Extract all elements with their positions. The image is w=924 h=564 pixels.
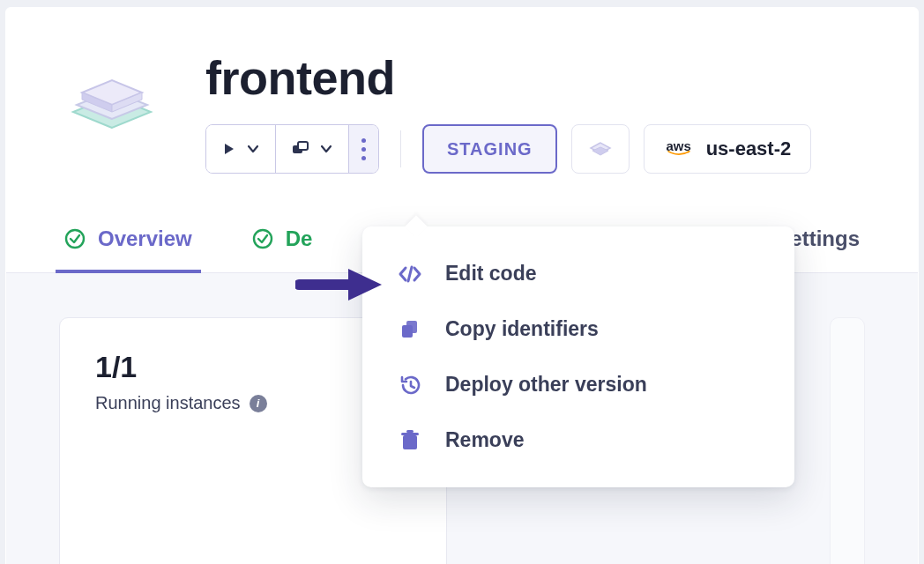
layers-icon — [588, 140, 613, 158]
annotation-arrow — [295, 263, 384, 309]
menu-item-deploy-other-version[interactable]: Deploy other version — [371, 357, 786, 412]
arrow-right-icon — [295, 263, 384, 306]
svg-point-11 — [66, 230, 84, 248]
title-column: frontend — [205, 50, 865, 174]
menu-item-label: Edit code — [445, 262, 537, 286]
svg-marker-20 — [348, 269, 382, 301]
code-icon — [398, 264, 422, 284]
menu-item-label: Deploy other version — [445, 373, 647, 397]
menu-item-remove[interactable]: Remove — [371, 412, 786, 468]
svg-rect-15 — [406, 321, 417, 333]
toolbar-separator — [400, 130, 401, 167]
more-actions-button[interactable] — [348, 125, 378, 173]
service-title: frontend — [205, 50, 865, 105]
region-chip[interactable]: aws us-east-2 — [644, 124, 812, 174]
check-circle-icon — [64, 228, 86, 249]
kebab-icon — [361, 138, 366, 160]
tab-overview[interactable]: Overview — [59, 209, 197, 272]
stack-button[interactable] — [571, 124, 630, 174]
secondary-card — [830, 317, 865, 564]
svg-marker-5 — [225, 144, 234, 154]
redeploy-button[interactable] — [275, 125, 348, 173]
svg-rect-17 — [401, 433, 419, 435]
run-button[interactable] — [206, 125, 275, 173]
menu-item-edit-code[interactable]: Edit code — [371, 246, 786, 301]
running-instances-label: Running instances — [95, 393, 241, 413]
svg-rect-7 — [298, 142, 308, 150]
menu-item-label: Remove — [445, 428, 524, 452]
more-actions-menu: Edit code Copy identifiers Deploy other … — [362, 226, 794, 487]
svg-line-13 — [408, 267, 412, 281]
svg-rect-18 — [406, 430, 414, 433]
aws-icon: aws — [664, 142, 694, 157]
svg-rect-16 — [403, 435, 417, 449]
redeploy-icon — [292, 141, 309, 157]
chevron-down-icon — [247, 143, 259, 155]
app-page: frontend — [5, 7, 919, 564]
chevron-down-icon — [320, 143, 332, 155]
service-icon — [59, 56, 165, 161]
check-circle-icon — [252, 228, 273, 249]
action-button-group — [205, 124, 379, 174]
play-icon — [222, 142, 236, 156]
tab-label: De — [286, 226, 313, 251]
region-label: us-east-2 — [706, 137, 792, 160]
svg-point-12 — [254, 230, 272, 248]
tab-label: Overview — [98, 226, 192, 251]
environment-pill[interactable]: STAGING — [422, 124, 557, 174]
page-header: frontend — [6, 8, 918, 182]
trash-icon — [398, 430, 422, 451]
history-icon — [398, 375, 422, 396]
toolbar: STAGING aws us-east-2 — [205, 124, 865, 174]
menu-item-label: Copy identifiers — [445, 317, 599, 341]
info-icon[interactable]: i — [250, 395, 267, 412]
copy-icon — [398, 319, 422, 340]
menu-item-copy-identifiers[interactable]: Copy identifiers — [371, 301, 786, 357]
